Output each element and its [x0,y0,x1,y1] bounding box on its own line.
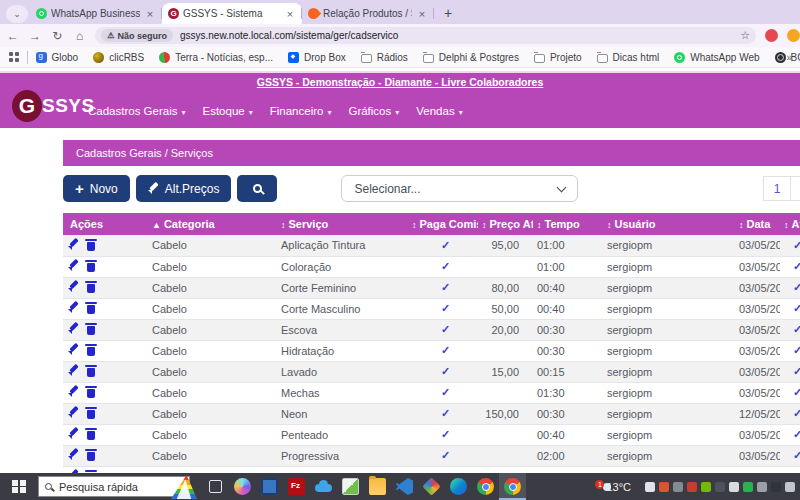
sort-icon[interactable]: ↕ [784,220,789,230]
taskbar-app-button[interactable] [256,473,283,500]
taskbar-app-button[interactable] [202,473,229,500]
column-header[interactable]: ↕Preço Atual [478,213,533,235]
app-logo[interactable]: G SSYS [12,90,95,122]
alt-prices-button[interactable]: Alt.Preços [136,175,232,202]
column-header[interactable]: ↕Paga Comissão [408,213,478,235]
nav-menu-item[interactable]: Vendas [416,105,462,117]
taskbar-app-button[interactable] [337,473,364,500]
browser-tab[interactable]: Relação Produtos / Serviços m × [302,3,434,24]
reload-icon[interactable]: ↻ [48,29,67,43]
column-header[interactable]: ↕Ativo [780,213,800,235]
bookmark-item[interactable]: Terra - Notícias, esp... [159,52,273,63]
taskbar-search-input[interactable]: Pesquisa rápida [38,476,190,497]
tray-icon[interactable] [701,482,711,492]
sort-icon[interactable]: ↕ [607,220,612,230]
edit-icon[interactable] [68,302,78,313]
tray-icon[interactable] [645,482,655,492]
bookmark-item[interactable]: WhatsApp Web [674,52,759,63]
page-1-button[interactable]: 1 [763,176,791,201]
edit-icon[interactable] [68,428,78,439]
column-header[interactable]: ↕Serviço [277,213,408,235]
close-icon[interactable]: × [284,8,296,20]
extension-icon[interactable] [765,29,778,42]
taskbar-app-button[interactable] [418,473,445,500]
delete-icon[interactable] [87,389,95,398]
bookmarks-overflow-icon[interactable]: » [786,52,792,63]
tray-icon[interactable] [659,482,669,492]
delete-icon[interactable] [87,326,95,335]
tray-icon[interactable] [771,482,781,492]
sort-icon[interactable]: ↕ [281,220,286,230]
taskbar-app-button[interactable] [364,473,391,500]
url-field[interactable]: ⚠ Não seguro gssys.new.note.local.com/si… [95,27,756,44]
nav-menu-item[interactable]: Gráficos [348,105,399,117]
taskbar-app-button[interactable] [283,473,310,500]
bookmark-item[interactable]: clicRBS [93,52,144,63]
security-badge[interactable]: ⚠ Não seguro [101,29,173,42]
edit-icon[interactable] [68,344,78,355]
taskbar-app-button[interactable] [391,473,418,500]
tab-search-button[interactable]: ⌄ [6,5,28,23]
delete-icon[interactable] [87,305,95,314]
tray-icon[interactable] [687,482,697,492]
delete-icon[interactable] [87,368,95,377]
sort-icon[interactable]: ↕ [412,220,417,230]
taskbar-app-button[interactable] [472,473,499,500]
taskbar-app-button[interactable] [499,473,526,500]
bookmark-item[interactable]: Rádios [361,52,408,63]
column-header[interactable]: ↕Tempo [533,213,603,235]
edit-icon[interactable] [68,407,78,418]
column-header[interactable]: ▲Categoria [148,213,277,235]
back-icon[interactable]: ← [3,29,22,43]
bookmark-item[interactable]: Delphi & Postgres [423,52,519,63]
bookmark-item[interactable]: Projeto [534,52,582,63]
browser-tab[interactable]: GSSYS - Sistema × [162,3,302,24]
column-header[interactable]: ↕Usuário [603,213,735,235]
delete-icon[interactable] [87,242,95,251]
column-header[interactable]: Ações [63,213,148,235]
edit-icon[interactable] [68,239,78,250]
column-header[interactable]: ↕Data [735,213,780,235]
edit-icon[interactable] [68,260,78,271]
delete-icon[interactable] [87,284,95,293]
page-next-button[interactable] [791,176,800,201]
bookmark-star-icon[interactable]: ☆ [740,29,750,42]
taskbar-app-button[interactable] [445,473,472,500]
sort-icon[interactable]: ↕ [739,220,744,230]
tray-icon[interactable] [743,482,753,492]
bookmark-item[interactable]: Dicas html [597,52,660,63]
sort-icon[interactable]: ▲ [152,220,161,230]
edit-icon[interactable] [68,449,78,460]
forward-icon[interactable]: → [25,29,44,43]
start-button[interactable] [0,473,38,500]
close-icon[interactable]: × [416,8,428,20]
sort-icon[interactable]: ↕ [482,220,487,230]
close-icon[interactable]: × [144,8,156,20]
banner-title-link[interactable]: GSSYS - Demonstração - Diamante - Livre … [0,76,800,88]
taskbar-app-button[interactable] [229,473,256,500]
taskbar-app-button[interactable] [310,473,337,500]
category-select[interactable]: Selecionar... [341,175,578,202]
search-button[interactable] [237,175,277,202]
edit-icon[interactable] [68,365,78,376]
tray-icon[interactable] [673,482,683,492]
delete-icon[interactable] [87,263,95,272]
nav-menu-item[interactable]: Estoque [203,105,253,117]
new-button[interactable]: + Novo [63,175,130,202]
edit-icon[interactable] [68,323,78,334]
tray-icon[interactable] [785,482,795,492]
browser-tab[interactable]: WhatsApp Business × [30,3,162,24]
apps-grid-icon[interactable] [9,52,19,62]
home-icon[interactable]: ⌂ [70,29,89,43]
edit-icon[interactable] [68,281,78,292]
delete-icon[interactable] [87,431,95,440]
sort-icon[interactable]: ↕ [537,220,542,230]
bookmark-item[interactable]: Drop Box [288,52,346,63]
delete-icon[interactable] [87,410,95,419]
tray-icon[interactable] [729,482,739,492]
edit-icon[interactable] [68,386,78,397]
bookmark-item[interactable]: Globo [36,52,79,63]
tray-icon[interactable] [757,482,767,492]
delete-icon[interactable] [87,452,95,461]
tray-icon[interactable] [715,482,725,492]
